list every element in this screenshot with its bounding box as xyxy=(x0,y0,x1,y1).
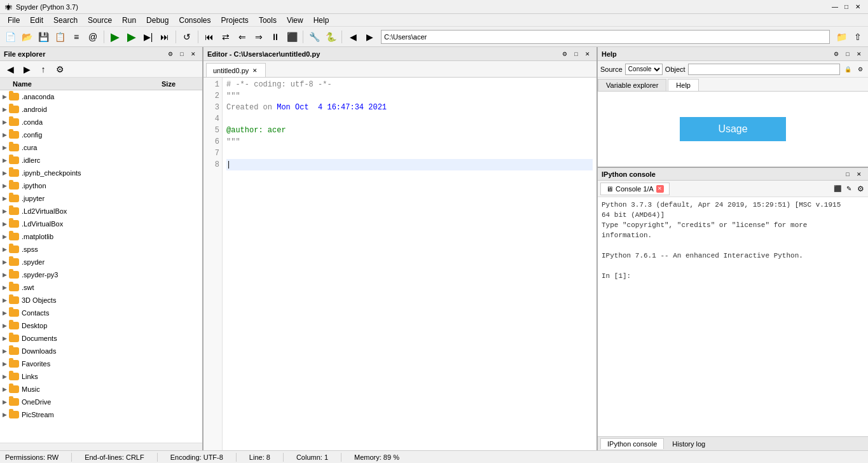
debug-step-button[interactable]: ⇄ xyxy=(218,29,233,45)
console-tab[interactable]: 🖥 Console 1/A ✕ xyxy=(600,183,670,195)
refresh-button[interactable]: ↺ xyxy=(179,29,195,45)
list-item[interactable]: ▶.cura xyxy=(0,141,202,154)
open-file-button[interactable]: 📂 xyxy=(19,29,34,45)
file-scroll-area[interactable]: ▶.anaconda▶.android▶.conda▶.config▶.cura… xyxy=(0,90,202,443)
debug-start-button[interactable]: ⏮ xyxy=(202,29,217,45)
list-item[interactable]: ▶OneDrive xyxy=(0,396,202,408)
history-log-tab[interactable]: History log xyxy=(665,438,712,450)
debug-stop-button[interactable]: ⬛ xyxy=(284,29,300,45)
editor-settings-button[interactable]: ⚙ xyxy=(560,49,570,59)
help-options-button[interactable]: ⚙ xyxy=(855,64,865,74)
list-item[interactable]: ▶.idlerc xyxy=(0,154,202,167)
console-tab-close[interactable]: ✕ xyxy=(656,185,664,193)
list-item[interactable]: ▶.Ld2VirtualBox xyxy=(0,205,202,218)
at-button[interactable]: @ xyxy=(85,29,100,45)
ipy-undock-button[interactable]: □ xyxy=(843,169,853,179)
help-settings-button[interactable]: ⚙ xyxy=(831,49,841,59)
fe-forward-button[interactable]: ▶ xyxy=(19,62,34,77)
next-button[interactable]: ⏭ xyxy=(157,29,172,45)
tab-close-button[interactable]: ✕ xyxy=(251,67,259,74)
editor-tab-untitled0[interactable]: untitled0.py ✕ xyxy=(206,63,266,77)
help-lock-button[interactable]: 🔒 xyxy=(843,64,853,74)
fe-options-button[interactable]: ⚙ xyxy=(165,49,176,59)
list-item[interactable]: ▶Music xyxy=(0,383,202,396)
minimize-button[interactable]: — xyxy=(830,2,840,12)
list-item[interactable]: ▶.spss xyxy=(0,243,202,256)
menu-item-source[interactable]: Source xyxy=(83,15,117,26)
ipy-close-button[interactable]: ✕ xyxy=(854,169,864,179)
list-item[interactable]: ▶.ipynb_checkpoints xyxy=(0,167,202,179)
menu-item-projects[interactable]: Projects xyxy=(216,15,254,26)
ipython-content[interactable]: Python 3.7.3 (default, Apr 24 2019, 15:2… xyxy=(598,197,868,436)
fe-up-button[interactable]: ↑ xyxy=(36,62,51,77)
ipy-settings-button[interactable]: ⚙ xyxy=(855,184,865,194)
list-item[interactable]: ▶.swt xyxy=(0,281,202,294)
fe-undock-button[interactable]: □ xyxy=(177,49,187,59)
list-item[interactable]: ▶.conda xyxy=(0,116,202,128)
debug-out-button[interactable]: ⇒ xyxy=(251,29,266,45)
editor-undock-button[interactable]: □ xyxy=(571,49,581,59)
object-input[interactable] xyxy=(688,64,840,75)
back-button[interactable]: ◀ xyxy=(345,29,361,45)
home-button[interactable]: ⇧ xyxy=(850,29,865,45)
list-item[interactable]: ▶.ipython xyxy=(0,179,202,192)
file-explorer-hscroll[interactable] xyxy=(0,443,202,450)
list-item[interactable]: ▶3D Objects xyxy=(0,294,202,307)
ipy-edit-button[interactable]: ✎ xyxy=(844,184,854,194)
list-item[interactable]: ▶.anaconda xyxy=(0,90,202,103)
debug-into-button[interactable]: ⇐ xyxy=(235,29,250,45)
path-input[interactable]: C:\Users\acer xyxy=(381,30,830,44)
code-editor[interactable]: # -*- coding: utf-8 -*- """ Created on M… xyxy=(223,78,596,450)
list-item[interactable]: ▶Desktop xyxy=(0,319,202,332)
settings-button[interactable]: 🔧 xyxy=(307,29,322,45)
list-item[interactable]: ▶PicStream xyxy=(0,408,202,421)
list-item[interactable]: ▶.android xyxy=(0,103,202,116)
new-file-button[interactable]: 📄 xyxy=(3,29,18,45)
list-item[interactable]: ▶.spyder xyxy=(0,256,202,268)
menu-item-search[interactable]: Search xyxy=(48,15,83,26)
list-item[interactable]: ▶Favorites xyxy=(0,357,202,370)
ipython-console-tab[interactable]: IPython console xyxy=(600,438,664,449)
list-item[interactable]: ▶.LdVirtualBox xyxy=(0,218,202,230)
fe-settings-button[interactable]: ⚙ xyxy=(52,62,67,77)
list-item[interactable]: ▶Downloads xyxy=(0,345,202,357)
variable-explorer-tab[interactable]: Variable explorer xyxy=(598,79,666,91)
list-item[interactable]: ▶Links xyxy=(0,370,202,383)
list-item[interactable]: ▶Contacts xyxy=(0,307,202,319)
list-item[interactable]: ▶.spyder-py3 xyxy=(0,268,202,281)
ipy-stop-button[interactable]: ⬛ xyxy=(832,184,843,194)
menu-item-debug[interactable]: Debug xyxy=(141,15,174,26)
help-tab[interactable]: Help xyxy=(668,79,699,91)
list-button[interactable]: ≡ xyxy=(69,29,84,45)
source-select[interactable]: Console Editor xyxy=(625,64,663,75)
run-selection-button[interactable]: ▶| xyxy=(141,29,156,45)
save-button[interactable]: 💾 xyxy=(36,29,51,45)
menu-item-consoles[interactable]: Consoles xyxy=(174,15,216,26)
editor-close-button[interactable]: ✕ xyxy=(582,49,593,59)
fe-close-button[interactable]: ✕ xyxy=(188,49,198,59)
menu-item-file[interactable]: File xyxy=(3,15,25,26)
fe-back-button[interactable]: ◀ xyxy=(3,62,18,77)
menu-item-view[interactable]: View xyxy=(282,15,308,26)
menu-item-help[interactable]: Help xyxy=(308,15,334,26)
run-file-button[interactable]: ▶ xyxy=(124,29,139,45)
line-endings-status: End-of-lines: CRLF xyxy=(85,453,144,461)
close-button[interactable]: ✕ xyxy=(853,2,863,12)
list-item[interactable]: ▶.jupyter xyxy=(0,192,202,205)
python-button[interactable]: 🐍 xyxy=(323,29,338,45)
browse-button[interactable]: 📁 xyxy=(834,29,849,45)
run-button[interactable]: ▶ xyxy=(107,29,123,45)
debug-continue-button[interactable]: ⏸ xyxy=(268,29,283,45)
menu-item-tools[interactable]: Tools xyxy=(254,15,282,26)
help-undock-button[interactable]: □ xyxy=(843,49,853,59)
list-item[interactable]: ▶.config xyxy=(0,128,202,141)
maximize-button[interactable]: □ xyxy=(841,2,851,12)
help-close-button[interactable]: ✕ xyxy=(854,49,864,59)
forward-button[interactable]: ▶ xyxy=(362,29,377,45)
usage-button[interactable]: Usage xyxy=(680,117,785,141)
menu-item-edit[interactable]: Edit xyxy=(25,15,48,26)
menu-item-run[interactable]: Run xyxy=(117,15,141,26)
list-item[interactable]: ▶Documents xyxy=(0,332,202,345)
list-item[interactable]: ▶.matplotlib xyxy=(0,230,202,243)
copy-button[interactable]: 📋 xyxy=(52,29,67,45)
